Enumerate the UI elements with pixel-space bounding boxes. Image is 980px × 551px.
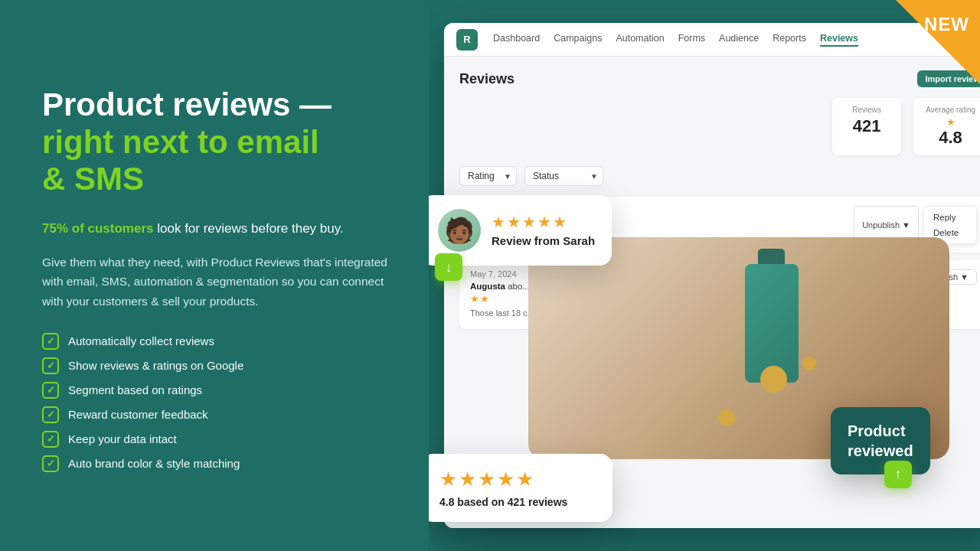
upload-icon: ↑ [884,461,912,488]
new-badge-text: NEW [924,14,969,35]
floating-review-card: 🧑🏾 ★★★★★ Review from Sarah ↓ [429,195,612,266]
deco-ball-2 [718,409,735,426]
download-icon: ↓ [435,253,462,281]
rating-value: 4.8 [926,128,975,148]
headline: Product reviews — right next to email & … [42,86,390,197]
description: Give them what they need, with Product R… [42,253,390,311]
nav-item-automation[interactable]: Automation [616,33,664,47]
page-title: Reviews [459,71,514,87]
reviews-stat-card: Reviews 421 [832,98,901,155]
deco-ball-1 [760,366,787,393]
product-reviewed-badge: Product reviewed ↑ [831,407,930,474]
deco-ball-3 [802,357,816,370]
headline-line2: right next to email [42,124,319,160]
floating-review-content: ★★★★★ Review from Sarah [492,213,595,248]
nav-logo: R [456,29,478,51]
nav-item-reports[interactable]: Reports [773,33,806,47]
stat-rest: look for reviews before they buy. [154,221,344,236]
floating-review-name: Review from Sarah [492,234,595,247]
avatar-face: 🧑🏾 [444,216,475,245]
feature-text: Segment based on ratings [68,383,202,396]
nav-item-dashboard[interactable]: Dashboard [493,33,540,47]
check-icon [42,431,59,448]
stats-row: Reviews 421 Average rating ★ 4.8 [459,98,980,155]
headline-line1: Product reviews — [42,86,332,122]
rating-card-text: 4.8 based on 421 reviews [439,496,594,508]
left-panel: Product reviews — right next to email & … [0,0,429,551]
feature-text: Automatically collect reviews [68,334,214,347]
reviews-value: 421 [844,116,889,136]
check-icon [42,357,59,374]
review-date-2: May 7, 2024 [470,269,517,279]
rating-filter[interactable]: Rating 1 Star 2 Stars 3 Stars 4 Stars 5 … [459,166,517,186]
rating-star-icon: ★ [926,116,975,128]
feature-list: Automatically collect reviews Show revie… [42,333,390,472]
dashboard-nav: R Dashboard Campaigns Automation Forms A… [444,23,980,57]
rating-stat-card: Average rating ★ 4.8 [913,98,980,155]
feature-text: Reward customer feedback [68,408,208,421]
status-filter[interactable]: Status Published Unpublished [524,166,603,186]
check-icon [42,455,59,472]
product-reviewed-line1: Product [848,422,906,439]
check-icon [42,333,59,350]
author-name-2: Augusta [470,282,505,291]
rating-card-stars: ★★★★★ [439,468,594,491]
nav-item-audience[interactable]: Audience [719,33,759,47]
headline-line3: & SMS [42,161,144,197]
nav-items: Dashboard Campaigns Automation Forms Aud… [493,33,858,47]
stat-line: 75% of customers look for reviews before… [42,219,390,239]
rating-filter-wrap: Rating 1 Star 2 Stars 3 Stars 4 Stars 5 … [459,166,517,186]
stat-bold: 75% of customers [42,221,154,236]
list-item: Segment based on ratings [42,382,390,399]
check-icon [42,382,59,399]
list-item: Show reviews & ratings on Google [42,357,390,374]
nav-item-forms[interactable]: Forms [678,33,705,47]
rating-card: ★★★★★ 4.8 based on 421 reviews [429,454,612,522]
status-filter-wrap: Status Published Unpublished ▼ [524,166,603,186]
reviews-label: Reviews [844,106,889,114]
feature-text: Show reviews & ratings on Google [68,359,243,372]
floating-stars: ★★★★★ [492,213,595,231]
avatar: 🧑🏾 [438,209,481,252]
filter-row: Rating 1 Star 2 Stars 3 Stars 4 Stars 5 … [459,166,980,186]
rating-number: 4.8 [439,496,454,508]
rating-label: Average rating [926,106,975,114]
feature-text: Keep your data intact [68,432,177,445]
list-item: Keep your data intact [42,431,390,448]
reply-action[interactable]: Reply [924,210,976,225]
nav-item-reviews[interactable]: Reviews [820,33,858,47]
right-panel: R Dashboard Campaigns Automation Forms A… [429,0,980,551]
list-item: Automatically collect reviews [42,333,390,350]
nav-item-campaigns[interactable]: Campaigns [554,33,602,47]
rating-description: based on 421 reviews [457,496,567,508]
product-reviewed-line2: reviewed [848,442,913,459]
check-icon [42,406,59,423]
list-item: Auto brand color & style matching [42,455,390,472]
list-item: Reward customer feedback [42,406,390,423]
bottle-body [745,264,799,383]
bottle-cap [758,249,785,264]
feature-text: Auto brand color & style matching [68,457,240,470]
title-row: Reviews Import review [459,70,980,87]
